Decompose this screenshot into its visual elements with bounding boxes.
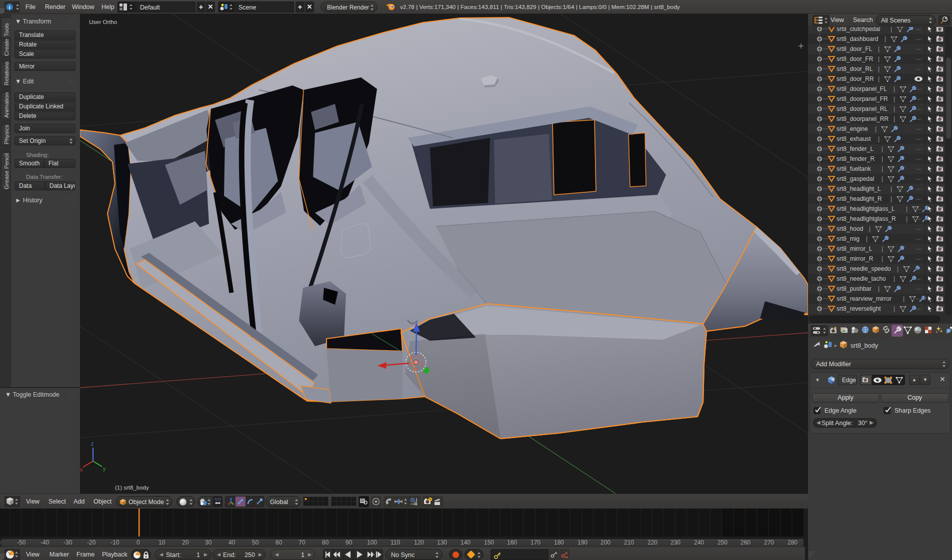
svg-text:y: y: [103, 466, 106, 472]
svg-text:User Ortho: User Ortho: [89, 19, 117, 25]
svg-text:(1) srt8_body: (1) srt8_body: [115, 485, 149, 491]
svg-text:i: i: [8, 4, 10, 10]
svg-text:x: x: [80, 467, 82, 473]
svg-text:z: z: [91, 441, 94, 447]
